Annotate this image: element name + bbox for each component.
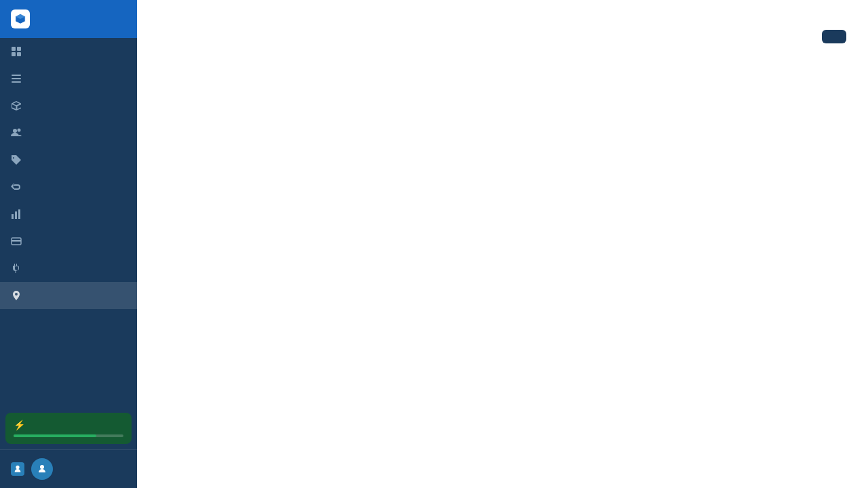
return-icon [11,182,22,192]
svg-rect-6 [12,81,21,83]
sidebar-item-inventory[interactable] [0,92,137,119]
svg-rect-11 [18,209,20,219]
svg-point-8 [18,129,21,132]
progress-bar-bg [14,434,123,437]
pin-icon [11,290,22,301]
your-account[interactable] [0,449,137,488]
progress-bar-fill [14,434,96,437]
credit-card-icon [11,236,22,247]
main-content [137,0,868,488]
svg-point-7 [13,129,17,133]
sidebar-item-integrations[interactable] [0,255,137,282]
svg-rect-10 [15,211,17,219]
sidebar-nav [0,38,137,309]
sidebar-item-pricing[interactable] [0,146,137,174]
sidebar: ⚡ [0,0,137,488]
sidebar-item-orders[interactable] [0,65,137,92]
logo-area[interactable] [0,0,137,38]
grid-icon [11,46,22,57]
sidebar-item-dashboard[interactable] [0,38,137,65]
svg-rect-1 [17,47,21,51]
sidebar-item-locations[interactable] [0,282,137,309]
logo-icon [11,9,30,28]
svg-rect-13 [12,240,21,242]
lightning-icon: ⚡ [14,420,25,430]
svg-rect-4 [12,75,21,76]
svg-rect-3 [17,52,21,56]
box-icon [11,100,22,111]
list-icon [11,73,22,84]
sidebar-item-billing[interactable] [0,228,137,255]
tag-icon [11,155,22,165]
svg-rect-0 [12,47,16,51]
svg-rect-9 [12,214,14,219]
description-block [159,30,846,43]
quick-setup[interactable]: ⚡ [5,413,132,444]
sidebar-item-returns[interactable] [0,174,137,201]
chart-icon [11,209,22,220]
sidebar-item-analytics[interactable] [0,201,137,228]
svg-rect-5 [12,78,21,79]
users-icon [11,127,22,138]
plug-icon [11,263,22,274]
header-actions [815,30,846,43]
request-access-button[interactable] [822,30,846,43]
avatar [31,458,53,480]
sidebar-item-customers[interactable] [0,119,137,146]
svg-rect-2 [12,52,16,56]
account-icon [11,462,24,476]
